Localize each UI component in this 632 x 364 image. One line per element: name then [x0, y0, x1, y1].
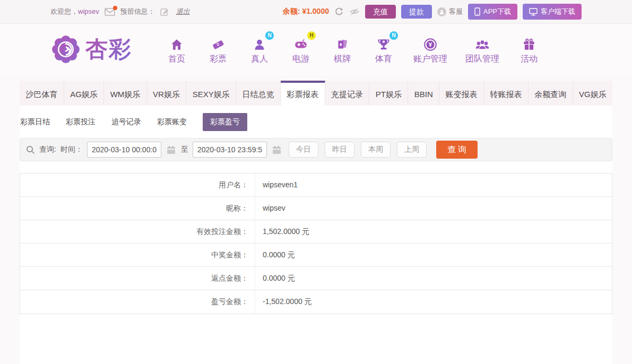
search-button[interactable]: 查 询 — [436, 141, 478, 159]
nav-label: 彩票 — [210, 54, 227, 65]
nav-label: 首页 — [168, 54, 185, 65]
header: 杏彩 首页 彩票 N — [0, 24, 632, 75]
withdraw-button[interactable]: 提款 — [401, 5, 432, 19]
this-week-button[interactable]: 本周 — [361, 142, 391, 158]
tab-deposit-withdraw-records[interactable]: 充提记录 — [325, 81, 370, 106]
date-to-input[interactable] — [193, 142, 267, 158]
date-from-input[interactable] — [87, 142, 161, 158]
tab-transfer-report[interactable]: 转账报表 — [484, 81, 529, 106]
table-row: 有效投注金额： 1,502.0000 元 — [20, 220, 612, 244]
mail-notification-dot — [113, 6, 117, 10]
last-week-button[interactable]: 上周 — [397, 142, 427, 158]
row-value: 0.0000 元 — [255, 267, 295, 290]
tab-vr[interactable]: VR娱乐 — [147, 81, 187, 106]
time-label: 时间： — [60, 145, 83, 154]
balance-label: 余额: — [283, 7, 300, 15]
row-label: 昵称： — [20, 197, 255, 220]
tab-ag[interactable]: AG娱乐 — [64, 81, 104, 106]
subtab-lottery-bets[interactable]: 彩票投注 — [66, 113, 96, 131]
row-label: 有效投注金额： — [20, 220, 255, 243]
tab-shaba-sports[interactable]: 沙巴体育 — [20, 81, 64, 106]
nav-item-sports[interactable]: N 体育 — [372, 34, 395, 65]
subtab-lottery-daily[interactable]: 彩票日结 — [20, 113, 50, 131]
tab-vg[interactable]: VG娱乐 — [573, 81, 612, 106]
table-row: 盈亏金额： -1,502.0000 元 — [20, 290, 612, 314]
monitor-icon — [529, 8, 538, 16]
phone-icon — [474, 7, 480, 16]
nav-item-egames[interactable]: H 电游 — [289, 34, 313, 65]
mail-icon[interactable] — [105, 8, 115, 16]
row-label: 用户名： — [20, 174, 255, 196]
eye-off-icon[interactable] — [349, 7, 360, 16]
cards-icon — [335, 38, 350, 51]
nav-item-boardgames[interactable]: 棋牌 — [331, 34, 354, 65]
home-icon — [169, 38, 184, 51]
table-row: 用户名： wipseven1 — [20, 174, 612, 197]
to-label: 至 — [181, 145, 188, 154]
coin-icon — [423, 38, 438, 51]
live-dealer-icon — [252, 38, 267, 51]
reserved-info-label: 预留信息： — [120, 7, 155, 16]
brand-emblem-icon — [50, 34, 81, 65]
row-value: -1,502.0000 元 — [255, 290, 312, 314]
row-label: 盈亏金额： — [20, 290, 255, 314]
welcome-text: 欢迎您，wipsev — [50, 7, 99, 16]
tab-wm[interactable]: WM娱乐 — [104, 81, 146, 106]
nav-item-home[interactable]: 首页 — [165, 34, 188, 65]
search-icon — [26, 145, 35, 154]
ticket-icon — [211, 38, 226, 51]
tab-daily-summary[interactable]: 日结总览 — [236, 81, 281, 106]
logout-link[interactable]: 退出 — [176, 7, 190, 16]
trophy-icon — [376, 38, 391, 51]
subtab-chase-records[interactable]: 追号记录 — [111, 113, 141, 131]
row-value: wipseven1 — [255, 174, 298, 196]
service-label: 客服 — [449, 7, 463, 16]
row-value: 1,502.0000 元 — [255, 220, 309, 243]
tab-lottery-report[interactable]: 彩票报表 — [281, 81, 325, 106]
topbar-left: 欢迎您，wipsev 预留信息： 退出 — [50, 7, 190, 16]
brand-logo[interactable]: 杏彩 — [50, 34, 132, 65]
brand-name: 杏彩 — [85, 34, 132, 64]
report-tabs: 沙巴体育 AG娱乐 WM娱乐 VR娱乐 SEXY娱乐 日结总览 彩票报表 充提记… — [20, 81, 612, 106]
refresh-icon[interactable] — [334, 7, 344, 16]
yesterday-button[interactable]: 昨日 — [325, 142, 354, 158]
app-download-label: APP下载 — [483, 7, 511, 16]
nav-item-account[interactable]: 账户管理 — [413, 34, 447, 65]
nav-label: 团队管理 — [465, 54, 499, 65]
nav-item-lottery[interactable]: 彩票 — [206, 34, 230, 65]
new-badge: N — [389, 31, 398, 40]
balance: 余额: ¥1.0000 — [283, 7, 329, 16]
query-label: 查询: — [39, 145, 56, 154]
nav-label: 棋牌 — [334, 54, 351, 65]
new-badge: N — [265, 31, 274, 40]
topbar-right: 余额: ¥1.0000 充值 提款 客服 APP下载 — [283, 4, 582, 20]
query-bar: 查询: 时间： 至 今日 昨日 本周 上周 查 询 — [20, 138, 612, 161]
profit-loss-table: 用户名： wipseven1 昵称： wipsev 有效投注金额： 1,502.… — [20, 173, 612, 314]
today-button[interactable]: 今日 — [289, 142, 318, 158]
main-nav: 首页 彩票 N 真人 — [165, 34, 541, 65]
nav-item-live[interactable]: N 真人 — [248, 34, 271, 65]
app-download-button[interactable]: APP下载 — [468, 4, 517, 20]
row-label: 中奖金额： — [20, 244, 255, 266]
recharge-button[interactable]: 充值 — [365, 5, 396, 19]
tab-balance-query[interactable]: 余额查询 — [529, 81, 573, 106]
edit-icon[interactable] — [160, 7, 169, 16]
subtab-lottery-profit-loss[interactable]: 彩票盈亏 — [203, 113, 247, 131]
calendar-icon[interactable] — [272, 145, 281, 154]
main-panel: 沙巴体育 AG娱乐 WM娱乐 VR娱乐 SEXY娱乐 日结总览 彩票报表 充提记… — [20, 81, 612, 364]
subtab-lottery-account-change[interactable]: 彩票账变 — [157, 113, 187, 131]
tab-pt[interactable]: PT娱乐 — [369, 81, 408, 106]
client-download-button[interactable]: 客户端下载 — [523, 4, 582, 20]
tab-account-change-report[interactable]: 账变报表 — [439, 81, 484, 106]
nav-label: 电游 — [292, 54, 309, 65]
service-avatar-icon — [437, 7, 446, 16]
row-value: 0.0000 元 — [255, 244, 295, 266]
nav-item-team[interactable]: 团队管理 — [465, 34, 499, 65]
calendar-icon[interactable] — [167, 145, 176, 154]
tab-bbin[interactable]: BBIN — [408, 81, 439, 106]
welcome-prefix: 欢迎您， — [50, 7, 78, 15]
hot-badge: H — [307, 31, 316, 40]
tab-sexy[interactable]: SEXY娱乐 — [186, 81, 236, 106]
customer-service[interactable]: 客服 — [437, 7, 463, 16]
nav-item-promotions[interactable]: 活动 — [517, 34, 541, 65]
